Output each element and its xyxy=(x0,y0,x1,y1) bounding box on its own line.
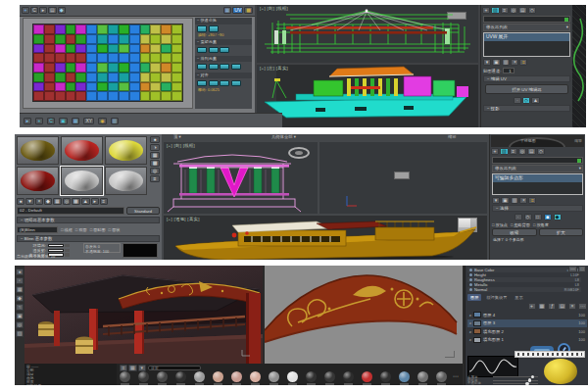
show-end-result-icon[interactable]: ▣ xyxy=(492,59,501,66)
create-tab-icon[interactable]: + xyxy=(482,7,490,14)
checkbox-按角度[interactable]: □ 按角度 xyxy=(533,222,549,227)
layer-opacity[interactable]: 100 xyxy=(578,320,585,325)
zoom-label[interactable]: 缩放 xyxy=(448,134,457,139)
slider-handle[interactable] xyxy=(525,382,528,385)
material-slot[interactable] xyxy=(105,136,147,165)
shelf-material[interactable] xyxy=(175,371,186,385)
move-icon[interactable]: + xyxy=(35,118,43,124)
color-check-icon[interactable]: ◎ xyxy=(150,168,160,174)
polygon-icon[interactable]: ■ xyxy=(544,214,552,220)
shader-params-header[interactable]: − 明暗器基本参数 xyxy=(17,217,160,223)
display-tab-icon[interactable]: ▤ xyxy=(527,148,536,155)
display-tab-icon[interactable]: ▤ xyxy=(518,7,527,14)
tiling-icon[interactable]: ▩ xyxy=(150,160,160,167)
material-slot[interactable] xyxy=(61,167,103,195)
go-parent-icon[interactable]: ▲ xyxy=(81,198,90,205)
projection-icon[interactable]: ▦ xyxy=(16,286,24,293)
modifier-stack[interactable]: UVW 展开 xyxy=(483,32,570,57)
uv-canvas[interactable] xyxy=(23,18,193,109)
material-preview-sphere[interactable] xyxy=(544,359,577,384)
assign-material-icon[interactable]: ▼ xyxy=(25,198,34,205)
viewport-flat-color[interactable]: [+] [左] [真实] xyxy=(257,65,478,127)
steering-wheel[interactable] xyxy=(509,137,565,147)
layer-row[interactable]: ▸图层 4100 xyxy=(467,311,587,319)
edge-icon[interactable]: ◇ xyxy=(522,97,530,104)
viewport-label[interactable]: [+] [透视] [真实] xyxy=(167,217,200,221)
tool-icon[interactable] xyxy=(220,64,229,71)
shelf-material[interactable] xyxy=(250,371,261,385)
tool-icon[interactable] xyxy=(209,80,219,87)
shelf-material[interactable] xyxy=(324,371,335,385)
viewport-3d[interactable] xyxy=(24,266,263,364)
checkbox-忽略背面[interactable]: □ 忽略背面 xyxy=(511,222,530,227)
tool-icon[interactable] xyxy=(197,25,207,32)
tool-icon[interactable] xyxy=(220,47,229,54)
shelf-search-input[interactable] xyxy=(148,366,201,371)
scale-icon[interactable]: ▣ xyxy=(59,118,68,124)
shelf-material[interactable] xyxy=(157,371,168,385)
shelf-material[interactable] xyxy=(436,371,447,385)
shelf-material[interactable] xyxy=(362,371,372,385)
shelf-material[interactable] xyxy=(287,371,298,385)
fill-icon[interactable]: ◆ xyxy=(16,295,24,302)
backlight-icon[interactable]: ◑ xyxy=(150,144,160,151)
shelf-material[interactable] xyxy=(120,371,130,385)
modifier-stack[interactable]: 可编辑多边形 xyxy=(492,173,583,195)
material-id-icon[interactable]: ◎ xyxy=(63,198,71,205)
show-map-icon[interactable]: ▩ xyxy=(72,198,80,205)
brush-icon[interactable]: ● xyxy=(16,269,24,275)
uv-chip[interactable]: UV xyxy=(232,7,243,14)
select-object-icon[interactable]: ▸ xyxy=(24,118,31,124)
smudge-icon[interactable]: ≈ xyxy=(16,304,24,311)
mirror-icon[interactable]: ▥ xyxy=(111,118,120,124)
tab-1[interactable]: 纹理集设置 xyxy=(483,294,510,301)
viewport-label[interactable]: [+] [前] [线框] xyxy=(260,6,288,11)
specular-preview-swatch[interactable] xyxy=(122,243,158,258)
add-layer-icon[interactable]: + xyxy=(528,303,536,310)
checkbox-双面[interactable]: □ 双面 xyxy=(75,227,87,232)
grow-button[interactable]: 扩大 xyxy=(539,228,584,236)
go-sibling-icon[interactable]: ▸ xyxy=(91,198,99,205)
layer-opacity[interactable]: 100 xyxy=(578,329,585,334)
reset-map-icon[interactable]: × xyxy=(35,198,43,205)
minimize-icon[interactable]: — xyxy=(568,266,577,272)
modify-tab-icon[interactable]: ▧ xyxy=(491,7,500,14)
element-icon[interactable]: ◆ xyxy=(554,214,562,220)
add-folder-icon[interactable]: ▤ xyxy=(558,303,566,310)
pan-icon[interactable]: + xyxy=(22,7,29,14)
tool-icon[interactable] xyxy=(209,64,219,71)
motion-tab-icon[interactable]: ◎ xyxy=(518,148,526,155)
pin-stack-icon[interactable]: ▾ xyxy=(492,197,500,204)
object-color-swatch[interactable] xyxy=(577,159,581,163)
layer-opacity[interactable]: 100 xyxy=(578,313,585,318)
selection-rollout-header[interactable]: − 选择 xyxy=(492,205,583,212)
color-swatch[interactable] xyxy=(48,249,64,253)
viewport-label[interactable]: [+] [前] [线框] xyxy=(167,143,195,148)
tool-icon[interactable] xyxy=(220,80,229,87)
hierarchy-tab-icon[interactable]: ≡ xyxy=(501,7,509,14)
stack-item[interactable]: 可编辑多边形 xyxy=(493,174,582,182)
chevron-icon[interactable]: ▸ xyxy=(469,320,471,325)
filter-dropdown[interactable]: 顶 ▾ xyxy=(173,134,181,139)
slider-track[interactable] xyxy=(493,376,538,377)
layer-row[interactable]: ▸填充图层 1100 xyxy=(467,336,587,345)
add-effect-icon[interactable]: ƒ xyxy=(548,303,556,310)
viewport-button[interactable] xyxy=(394,172,410,179)
rotate-icon[interactable]: C xyxy=(30,7,38,14)
projection-rollout-header[interactable]: − 投影 xyxy=(483,105,570,112)
clone-icon[interactable]: ▣ xyxy=(16,313,24,319)
map-button[interactable] xyxy=(65,244,70,248)
checkbox-面贴图[interactable]: □ 面贴图 xyxy=(90,227,106,232)
material-slot[interactable] xyxy=(17,136,59,165)
modifier-list-dropdown[interactable]: 修改器列表▾ xyxy=(483,24,570,31)
edge-icon[interactable]: ◇ xyxy=(524,214,532,220)
configure-icon[interactable]: ≡ xyxy=(519,59,527,66)
configure-icon[interactable]: ≡ xyxy=(528,197,536,204)
viewport-top[interactable] xyxy=(319,142,487,214)
modifier-list-dropdown[interactable]: 修改器列表▾ xyxy=(492,165,583,172)
make-unique-icon[interactable]: ▥ xyxy=(502,59,511,66)
utilities-tab-icon[interactable]: ◇ xyxy=(537,148,545,155)
delete-layer-icon[interactable]: × xyxy=(568,303,576,310)
motion-tab-icon[interactable]: ◎ xyxy=(510,7,517,14)
add-fill-icon[interactable]: ▦ xyxy=(538,303,547,310)
